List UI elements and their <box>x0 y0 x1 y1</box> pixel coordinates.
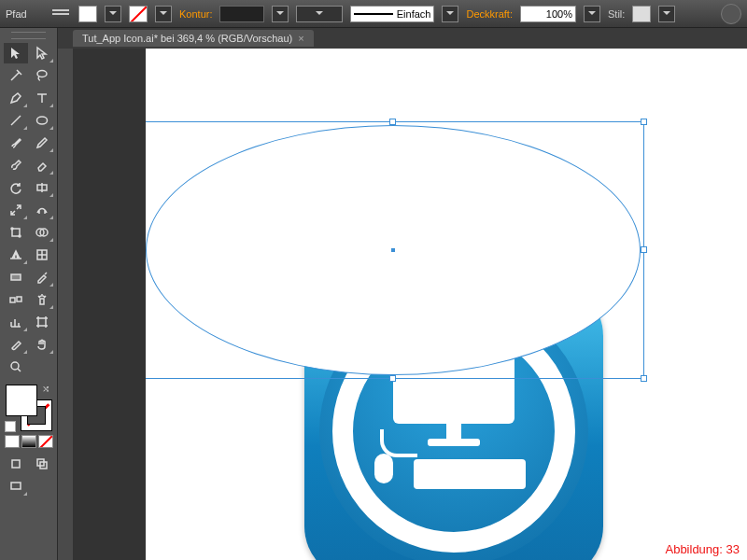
line-tool[interactable] <box>4 110 28 131</box>
blend-tool[interactable] <box>4 289 28 310</box>
selection-bounding-box[interactable] <box>146 121 644 379</box>
stroke-weight-input[interactable] <box>219 6 264 22</box>
handle-top-right[interactable] <box>641 119 647 125</box>
svg-rect-18 <box>11 483 21 489</box>
zoom-tool[interactable] <box>4 357 28 377</box>
handle-top-mid[interactable] <box>389 119 396 125</box>
reflect-tool[interactable] <box>30 177 54 198</box>
svg-rect-9 <box>11 274 21 280</box>
opacity-input[interactable] <box>520 6 576 22</box>
screen-mode[interactable] <box>4 476 28 497</box>
document-tab-bar: Tut_App Icon.ai* bei 369,4 % (RGB/Vorsch… <box>0 28 747 49</box>
fill-color-box[interactable] <box>6 385 37 416</box>
artboard-tool[interactable] <box>30 312 54 332</box>
paintbrush-tool[interactable] <box>4 133 28 153</box>
stroke-weight-dropdown[interactable] <box>272 6 289 22</box>
brush-label: Einfach <box>397 8 431 20</box>
color-mode-none[interactable] <box>38 435 53 448</box>
monitor-base-icon <box>428 439 480 446</box>
scale-tool[interactable] <box>4 200 28 220</box>
var-width-dropdown[interactable] <box>296 6 343 22</box>
rotate-tool[interactable] <box>4 177 28 198</box>
swap-fill-stroke-icon[interactable]: ⤭ <box>42 384 53 395</box>
style-swatch[interactable] <box>632 6 651 22</box>
selection-center-point <box>391 248 395 252</box>
eraser-tool[interactable] <box>30 155 54 175</box>
keyboard-icon <box>414 459 526 489</box>
drawing-mode-normal[interactable] <box>4 454 28 474</box>
hand-tool[interactable] <box>30 334 54 355</box>
magic-wand-tool[interactable] <box>4 65 28 86</box>
default-fill-stroke-icon[interactable] <box>5 421 16 432</box>
opacity-label: Deckkraft: <box>466 8 513 20</box>
panel-title-strip: Pfad <box>0 0 73 28</box>
left-gutter <box>58 49 73 560</box>
close-tab-icon[interactable]: × <box>298 33 303 44</box>
style-label: Stil: <box>608 8 625 20</box>
handle-mid-right[interactable] <box>641 246 647 253</box>
free-transform-tool[interactable] <box>4 222 28 243</box>
svg-rect-12 <box>40 299 44 304</box>
cloud-sync-icon[interactable] <box>721 4 741 24</box>
type-tool[interactable] <box>30 88 54 108</box>
direct-selection-tool[interactable] <box>30 43 54 63</box>
pencil-tool[interactable] <box>30 133 54 153</box>
selection-tool[interactable] <box>4 43 28 63</box>
document-tab[interactable]: Tut_App Icon.ai* bei 369,4 % (RGB/Vorsch… <box>73 30 314 47</box>
handle-bottom-right[interactable] <box>641 375 647 382</box>
mesh-tool[interactable] <box>30 245 54 265</box>
svg-rect-10 <box>10 298 15 302</box>
fill-swatch[interactable] <box>78 6 97 22</box>
symbol-sprayer-tool[interactable] <box>30 289 54 310</box>
svg-rect-11 <box>17 297 21 301</box>
svg-rect-15 <box>12 460 20 468</box>
eyedropper-tool[interactable] <box>30 267 54 287</box>
document-side-area <box>73 49 146 560</box>
figure-caption: Abbildung: 33 <box>665 542 740 556</box>
svg-point-1 <box>37 117 48 124</box>
stroke-dropdown[interactable] <box>155 6 172 22</box>
gradient-tool[interactable] <box>4 267 28 287</box>
brush-definition[interactable]: Einfach <box>350 6 434 22</box>
perspective-grid-tool[interactable] <box>4 245 28 265</box>
lasso-tool[interactable] <box>30 65 54 86</box>
document-tab-title: Tut_App Icon.ai* bei 369,4 % (RGB/Vorsch… <box>82 33 292 44</box>
color-mode-solid[interactable] <box>5 435 20 448</box>
panel-menu-icon[interactable] <box>52 9 69 19</box>
column-graph-tool[interactable] <box>4 312 28 332</box>
color-mode-gradient[interactable] <box>21 435 36 448</box>
style-dropdown[interactable] <box>658 6 675 22</box>
slice-tool[interactable] <box>4 334 28 355</box>
svg-point-14 <box>11 362 19 370</box>
width-tool[interactable] <box>30 200 54 220</box>
pen-tool[interactable] <box>4 88 28 108</box>
handle-bottom-mid[interactable] <box>389 375 396 382</box>
blob-brush-tool[interactable] <box>4 155 28 175</box>
svg-rect-13 <box>38 318 46 326</box>
opacity-dropdown[interactable] <box>584 6 600 22</box>
stroke-swatch[interactable] <box>129 6 148 22</box>
kontur-label: Kontur: <box>179 8 212 20</box>
canvas[interactable]: Abbildung: 33 <box>146 49 747 560</box>
svg-point-0 <box>37 71 47 77</box>
fill-dropdown[interactable] <box>105 6 121 22</box>
tools-panel: ⤭ <box>0 28 58 560</box>
brush-dropdown[interactable] <box>442 6 458 22</box>
drawing-mode-behind[interactable] <box>30 454 54 474</box>
color-mode-row <box>4 435 53 448</box>
fill-stroke-control[interactable]: ⤭ <box>6 385 52 431</box>
mouse-icon <box>374 454 393 483</box>
control-bar: Kontur: Einfach Deckkraft: Stil: <box>0 0 747 28</box>
panel-title: Pfad <box>6 8 27 20</box>
stroke-line-icon <box>354 13 392 15</box>
tools-drag-handle[interactable] <box>11 32 46 39</box>
ellipse-tool[interactable] <box>30 110 54 131</box>
shape-builder-tool[interactable] <box>30 222 54 243</box>
